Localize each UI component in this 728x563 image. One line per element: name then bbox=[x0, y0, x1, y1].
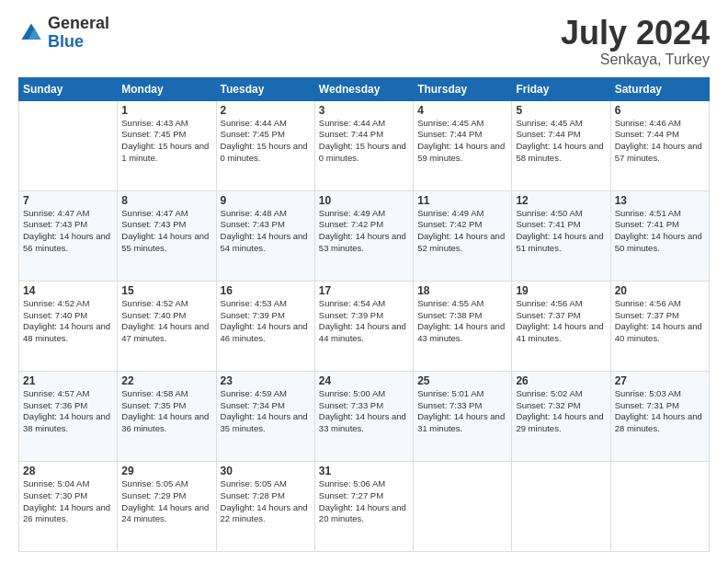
day-info: Sunrise: 4:51 AMSunset: 7:41 PMDaylight:… bbox=[615, 208, 705, 255]
day-info: Sunrise: 4:52 AMSunset: 7:40 PMDaylight:… bbox=[23, 298, 113, 345]
logo-general-text: General bbox=[48, 15, 109, 33]
calendar-cell: 28Sunrise: 5:04 AMSunset: 7:30 PMDayligh… bbox=[19, 461, 118, 551]
title-block: July 2024 Senkaya, Turkey bbox=[561, 15, 710, 68]
day-number: 4 bbox=[417, 104, 507, 117]
calendar-week-4: 21Sunrise: 4:57 AMSunset: 7:36 PMDayligh… bbox=[19, 371, 710, 461]
calendar-cell: 18Sunrise: 4:55 AMSunset: 7:38 PMDayligh… bbox=[414, 281, 512, 371]
day-info: Sunrise: 4:45 AMSunset: 7:44 PMDaylight:… bbox=[417, 118, 507, 165]
day-info: Sunrise: 5:00 AMSunset: 7:33 PMDaylight:… bbox=[319, 388, 409, 435]
day-number: 17 bbox=[319, 284, 409, 297]
day-number: 13 bbox=[615, 194, 705, 207]
calendar-cell bbox=[512, 461, 610, 551]
day-number: 1 bbox=[121, 104, 211, 117]
day-info: Sunrise: 4:53 AMSunset: 7:39 PMDaylight:… bbox=[221, 298, 311, 345]
calendar-cell: 23Sunrise: 4:59 AMSunset: 7:34 PMDayligh… bbox=[216, 371, 314, 461]
day-number: 12 bbox=[516, 194, 606, 207]
logo-blue-text: Blue bbox=[48, 33, 109, 52]
column-header-monday: Monday bbox=[118, 77, 216, 100]
day-info: Sunrise: 5:01 AMSunset: 7:33 PMDaylight:… bbox=[417, 388, 507, 435]
day-info: Sunrise: 4:49 AMSunset: 7:42 PMDaylight:… bbox=[417, 208, 507, 255]
day-info: Sunrise: 4:58 AMSunset: 7:35 PMDaylight:… bbox=[121, 388, 211, 435]
day-number: 23 bbox=[221, 374, 311, 387]
calendar-cell bbox=[610, 461, 709, 551]
column-header-sunday: Sunday bbox=[19, 77, 118, 100]
calendar-cell: 4Sunrise: 4:45 AMSunset: 7:44 PMDaylight… bbox=[414, 100, 512, 190]
calendar-header-row: SundayMondayTuesdayWednesdayThursdayFrid… bbox=[19, 77, 710, 100]
calendar-cell: 9Sunrise: 4:48 AMSunset: 7:43 PMDaylight… bbox=[216, 190, 314, 281]
calendar-cell: 11Sunrise: 4:49 AMSunset: 7:42 PMDayligh… bbox=[414, 190, 512, 281]
calendar-cell: 20Sunrise: 4:56 AMSunset: 7:37 PMDayligh… bbox=[610, 281, 709, 371]
day-info: Sunrise: 4:49 AMSunset: 7:42 PMDaylight:… bbox=[319, 208, 409, 255]
day-number: 5 bbox=[516, 104, 606, 117]
calendar-cell: 8Sunrise: 4:47 AMSunset: 7:43 PMDaylight… bbox=[118, 190, 216, 281]
day-info: Sunrise: 4:52 AMSunset: 7:40 PMDaylight:… bbox=[121, 298, 211, 345]
calendar-cell: 10Sunrise: 4:49 AMSunset: 7:42 PMDayligh… bbox=[314, 190, 413, 281]
calendar-cell: 30Sunrise: 5:05 AMSunset: 7:28 PMDayligh… bbox=[216, 461, 314, 551]
day-number: 15 bbox=[121, 284, 211, 297]
calendar-cell: 14Sunrise: 4:52 AMSunset: 7:40 PMDayligh… bbox=[19, 281, 118, 371]
column-header-thursday: Thursday bbox=[414, 77, 512, 100]
column-header-wednesday: Wednesday bbox=[314, 77, 413, 100]
day-info: Sunrise: 5:06 AMSunset: 7:27 PMDaylight:… bbox=[319, 478, 409, 525]
calendar-cell: 13Sunrise: 4:51 AMSunset: 7:41 PMDayligh… bbox=[610, 190, 709, 281]
calendar-cell bbox=[414, 461, 512, 551]
day-info: Sunrise: 4:48 AMSunset: 7:43 PMDaylight:… bbox=[221, 208, 311, 255]
logo-icon bbox=[18, 20, 44, 46]
calendar-week-5: 28Sunrise: 5:04 AMSunset: 7:30 PMDayligh… bbox=[19, 461, 710, 551]
day-number: 20 bbox=[615, 284, 705, 297]
logo: General Blue bbox=[18, 15, 109, 52]
day-info: Sunrise: 4:55 AMSunset: 7:38 PMDaylight:… bbox=[417, 298, 507, 345]
day-number: 19 bbox=[516, 284, 606, 297]
day-number: 22 bbox=[121, 374, 211, 387]
day-info: Sunrise: 5:02 AMSunset: 7:32 PMDaylight:… bbox=[516, 388, 606, 435]
logo-text: General Blue bbox=[48, 15, 109, 52]
day-number: 28 bbox=[23, 465, 113, 477]
column-header-friday: Friday bbox=[512, 77, 610, 100]
calendar-cell: 5Sunrise: 4:45 AMSunset: 7:44 PMDaylight… bbox=[512, 100, 610, 190]
day-number: 9 bbox=[221, 194, 311, 207]
calendar-cell: 17Sunrise: 4:54 AMSunset: 7:39 PMDayligh… bbox=[314, 281, 413, 371]
calendar-subtitle: Senkaya, Turkey bbox=[561, 52, 710, 68]
calendar-cell: 31Sunrise: 5:06 AMSunset: 7:27 PMDayligh… bbox=[314, 461, 413, 551]
calendar-cell: 12Sunrise: 4:50 AMSunset: 7:41 PMDayligh… bbox=[512, 190, 610, 281]
day-info: Sunrise: 4:46 AMSunset: 7:44 PMDaylight:… bbox=[615, 118, 705, 165]
calendar-table: SundayMondayTuesdayWednesdayThursdayFrid… bbox=[18, 77, 710, 552]
calendar-cell: 22Sunrise: 4:58 AMSunset: 7:35 PMDayligh… bbox=[118, 371, 216, 461]
day-info: Sunrise: 4:50 AMSunset: 7:41 PMDaylight:… bbox=[516, 208, 606, 255]
day-number: 30 bbox=[221, 465, 311, 477]
calendar-cell: 26Sunrise: 5:02 AMSunset: 7:32 PMDayligh… bbox=[512, 371, 610, 461]
day-number: 7 bbox=[23, 194, 113, 207]
calendar-cell: 29Sunrise: 5:05 AMSunset: 7:29 PMDayligh… bbox=[118, 461, 216, 551]
day-number: 26 bbox=[516, 374, 606, 387]
day-info: Sunrise: 4:59 AMSunset: 7:34 PMDaylight:… bbox=[221, 388, 311, 435]
day-info: Sunrise: 4:47 AMSunset: 7:43 PMDaylight:… bbox=[121, 208, 211, 255]
day-number: 21 bbox=[23, 374, 113, 387]
calendar-title: July 2024 bbox=[561, 15, 710, 52]
calendar-cell bbox=[19, 100, 118, 190]
calendar-cell: 3Sunrise: 4:44 AMSunset: 7:44 PMDaylight… bbox=[314, 100, 413, 190]
day-info: Sunrise: 4:57 AMSunset: 7:36 PMDaylight:… bbox=[23, 388, 113, 435]
calendar-week-1: 1Sunrise: 4:43 AMSunset: 7:45 PMDaylight… bbox=[19, 100, 710, 190]
calendar-cell: 7Sunrise: 4:47 AMSunset: 7:43 PMDaylight… bbox=[19, 190, 118, 281]
day-number: 27 bbox=[615, 374, 705, 387]
day-number: 11 bbox=[417, 194, 507, 207]
calendar-week-2: 7Sunrise: 4:47 AMSunset: 7:43 PMDaylight… bbox=[19, 190, 710, 281]
day-number: 2 bbox=[221, 104, 311, 117]
day-info: Sunrise: 4:56 AMSunset: 7:37 PMDaylight:… bbox=[615, 298, 705, 345]
day-number: 3 bbox=[319, 104, 409, 117]
day-number: 29 bbox=[121, 465, 211, 477]
day-number: 31 bbox=[319, 465, 409, 477]
day-info: Sunrise: 4:44 AMSunset: 7:44 PMDaylight:… bbox=[319, 118, 409, 165]
day-info: Sunrise: 4:44 AMSunset: 7:45 PMDaylight:… bbox=[221, 118, 311, 165]
day-number: 6 bbox=[615, 104, 705, 117]
page: General Blue July 2024 Senkaya, Turkey S… bbox=[0, 0, 728, 563]
calendar-cell: 25Sunrise: 5:01 AMSunset: 7:33 PMDayligh… bbox=[414, 371, 512, 461]
day-info: Sunrise: 5:04 AMSunset: 7:30 PMDaylight:… bbox=[23, 478, 113, 525]
day-info: Sunrise: 4:43 AMSunset: 7:45 PMDaylight:… bbox=[121, 118, 211, 165]
calendar-cell: 27Sunrise: 5:03 AMSunset: 7:31 PMDayligh… bbox=[610, 371, 709, 461]
day-number: 24 bbox=[319, 374, 409, 387]
calendar-cell: 24Sunrise: 5:00 AMSunset: 7:33 PMDayligh… bbox=[314, 371, 413, 461]
day-info: Sunrise: 4:54 AMSunset: 7:39 PMDaylight:… bbox=[319, 298, 409, 345]
column-header-saturday: Saturday bbox=[610, 77, 709, 100]
calendar-cell: 15Sunrise: 4:52 AMSunset: 7:40 PMDayligh… bbox=[118, 281, 216, 371]
